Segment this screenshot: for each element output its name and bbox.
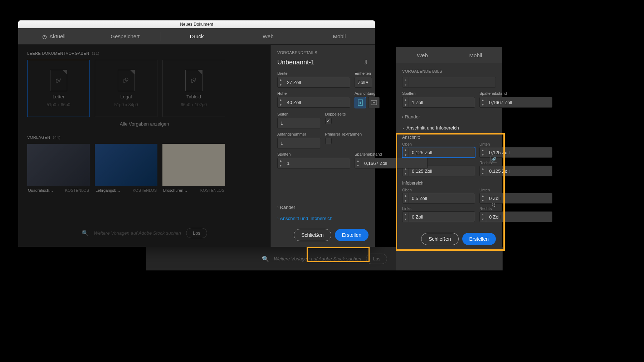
- stepper-down-icon[interactable]: ▼: [480, 102, 486, 107]
- facing-checkbox[interactable]: ✓: [325, 118, 332, 124]
- bleed-top-label: Oben: [402, 142, 475, 146]
- background-search-text: Weitere Vorlagen auf Adobe Stock suchen: [274, 256, 361, 261]
- pages-label: Seiten: [277, 112, 321, 116]
- stepper-down-icon[interactable]: ▼: [402, 198, 409, 203]
- bleed-right-input[interactable]: ▲▼: [479, 166, 552, 176]
- orientation-portrait[interactable]: [355, 97, 366, 108]
- templates-heading: VORLAGEN: [27, 135, 50, 140]
- margins-accordion[interactable]: › Ränder: [277, 202, 369, 213]
- stepper-down-icon[interactable]: ▼: [402, 217, 409, 222]
- stepper-down-icon[interactable]: ▼: [402, 102, 409, 107]
- stepper-up-icon[interactable]: ▲: [402, 193, 409, 198]
- pages-input[interactable]: [277, 118, 321, 128]
- stepper-up-icon[interactable]: ▲: [480, 166, 486, 171]
- tab-recent[interactable]: ◷ Aktuell: [18, 28, 89, 44]
- slug-right-input[interactable]: ▲▼: [479, 211, 552, 222]
- stock-search-row: 🔍 Weitere Vorlagen auf Adobe Stock suche…: [18, 228, 270, 238]
- startnum-label: Anfangsnummer: [277, 132, 321, 136]
- presets-panel: LEERE DOKUMENTVORGABEN (11) Letter 51p0 …: [18, 45, 270, 247]
- stepper-up-icon[interactable]: ▲: [480, 212, 486, 217]
- preset-letter[interactable]: Letter 51p0 x 66p0: [27, 60, 90, 117]
- template-thumb: [95, 144, 157, 186]
- tab-mobile[interactable]: Mobil: [304, 28, 375, 44]
- stepper-down-icon[interactable]: ▼: [480, 217, 486, 222]
- height-input[interactable]: ▲▼: [277, 97, 350, 108]
- primarytext-label: Primärer Textrahmen: [325, 132, 369, 136]
- chevron-right-icon: ›: [277, 205, 278, 209]
- gutter-input-2[interactable]: ▲▼: [479, 97, 552, 108]
- stepper-up-icon[interactable]: ▲: [278, 97, 284, 102]
- window-title: Neues Dokument: [180, 22, 213, 27]
- slug-bottom-label: Unten: [479, 188, 552, 192]
- stepper-up-icon[interactable]: ▲: [402, 212, 409, 217]
- preset-details-panel: VORGABENDETAILS Unbenannt-1 ⇩ Breite ▲▼ …: [270, 45, 375, 247]
- save-preset-icon[interactable]: ⇩: [363, 58, 369, 66]
- svg-rect-3: [373, 102, 375, 103]
- tab-saved[interactable]: Gespeichert: [89, 28, 161, 44]
- slug-top-input[interactable]: ▲▼: [402, 193, 475, 204]
- margins-accordion-2[interactable]: › Ränder: [402, 111, 496, 122]
- slug-left-input[interactable]: ▲▼: [402, 211, 475, 222]
- stepper-down-icon[interactable]: ▼: [480, 198, 486, 203]
- create-button-2[interactable]: Erstellen: [462, 233, 496, 245]
- columns-input-2[interactable]: ▲▼: [402, 97, 475, 108]
- slug-top-label: Oben: [402, 188, 475, 192]
- document-name[interactable]: Unbenannt-1: [277, 59, 314, 66]
- template-thumb: [27, 144, 90, 186]
- svg-rect-1: [360, 102, 361, 104]
- stepper-up-icon[interactable]: ▲: [355, 158, 361, 163]
- bleed-slug-accordion-expanded[interactable]: ⌄ Anschnitt und Infobereich: [402, 122, 496, 133]
- tab-mobile-2[interactable]: Mobil: [449, 52, 502, 58]
- stepper-down-icon[interactable]: ▼: [480, 171, 486, 176]
- create-button[interactable]: Erstellen: [335, 229, 369, 241]
- category-tabs: ◷ Aktuell Gespeichert Druck Web Mobil: [18, 28, 375, 45]
- presets-count: (11): [92, 51, 99, 55]
- chevron-down-icon: ▼: [365, 80, 369, 84]
- chevron-right-icon: ›: [402, 115, 403, 119]
- stepper-down-icon[interactable]: ▼: [278, 163, 284, 168]
- stepper-up-icon[interactable]: ▲: [480, 97, 486, 102]
- close-button[interactable]: Schließen: [294, 229, 331, 241]
- chevron-down-icon: ⌄: [402, 126, 405, 130]
- close-button-2[interactable]: Schließen: [421, 233, 458, 245]
- stepper-up-icon[interactable]: ▲: [480, 193, 486, 198]
- background-go-button[interactable]: Los: [366, 254, 387, 264]
- stepper-up-icon[interactable]: ▲: [278, 158, 284, 163]
- stepper-down-icon[interactable]: ▼: [278, 82, 284, 87]
- preset-tabloid[interactable]: Tabloid 66p0 x 102p0: [162, 60, 225, 117]
- units-select[interactable]: Zoll ▼: [355, 77, 372, 88]
- stepper-up-icon[interactable]: ▲: [278, 77, 284, 82]
- columns-input[interactable]: ▲▼: [277, 158, 350, 168]
- cropped-input[interactable]: ▲▼: [402, 77, 496, 88]
- startnum-input[interactable]: [277, 138, 321, 148]
- stepper-up-icon[interactable]: ▲: [402, 147, 409, 152]
- stepper-down-icon[interactable]: ▼: [480, 152, 486, 157]
- unlink-values-icon[interactable]: ⛓: [490, 201, 497, 209]
- bleed-slug-accordion[interactable]: › Anschnitt und Infobereich: [277, 213, 369, 224]
- stepper-down-icon[interactable]: ▼: [278, 102, 284, 107]
- stepper-down-icon[interactable]: ▼: [355, 163, 361, 168]
- preset-legal[interactable]: Legal 51p0 x 84p0: [95, 60, 157, 117]
- tab-web[interactable]: Web: [233, 28, 304, 44]
- width-input[interactable]: ▲▼: [277, 77, 350, 88]
- stepper-up-icon[interactable]: ▲: [402, 97, 409, 102]
- primarytext-checkbox[interactable]: [325, 138, 332, 144]
- search-go-button[interactable]: Los: [186, 228, 207, 238]
- gutter-input[interactable]: ▲▼: [355, 158, 428, 168]
- slug-left-label: Links: [402, 206, 475, 211]
- width-label: Breite: [277, 71, 350, 75]
- stepper-up-icon[interactable]: ▲: [480, 147, 486, 152]
- chevron-right-icon: ›: [277, 216, 278, 220]
- show-all-presets[interactable]: Alle Vorgaben anzeigen: [27, 121, 262, 127]
- orientation-landscape[interactable]: [368, 97, 380, 108]
- stepper-down-icon[interactable]: ▼: [402, 171, 409, 176]
- search-placeholder: Weitere Vorlagen auf Adobe Stock suchen: [94, 230, 181, 236]
- presets-heading: LEERE DOKUMENTVORGABEN: [27, 51, 89, 55]
- tab-print[interactable]: Druck: [161, 28, 232, 44]
- link-values-icon[interactable]: 🔗: [490, 156, 497, 163]
- tab-web-2[interactable]: Web: [396, 52, 449, 58]
- page-icon: [50, 70, 67, 91]
- template-item[interactable]: Lehrgangsb…KOSTENLOS: [95, 144, 157, 195]
- template-item[interactable]: Broschüren…KOSTENLOS: [162, 144, 225, 195]
- template-item[interactable]: Quadratisch…KOSTENLOS: [27, 144, 90, 195]
